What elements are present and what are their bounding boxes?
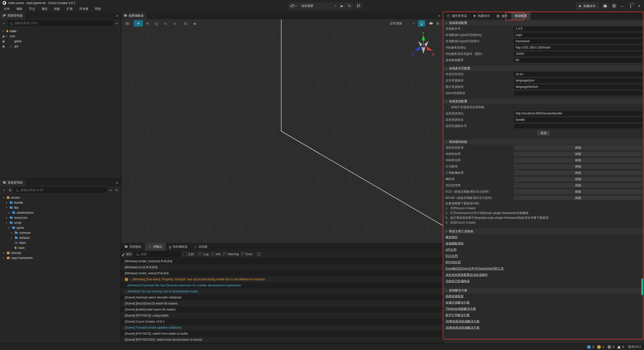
tab-animation-editor[interactable]: 动画编辑器 bbox=[166, 243, 191, 250]
asset-node-bundle[interactable]: ▸ bundle bbox=[0, 200, 121, 205]
play-button[interactable]: ▶ bbox=[339, 2, 346, 9]
link-wargame-framework[interactable]: 战棋游戏框架 bbox=[446, 293, 464, 299]
save-button[interactable]: 保存 bbox=[537, 130, 550, 136]
remove-button[interactable]: 剔除 bbox=[514, 145, 642, 150]
checkbox-checked[interactable] bbox=[211, 252, 214, 256]
tree-node-main[interactable]: ▾ main bbox=[0, 29, 121, 34]
hierarchy-filter-icon[interactable]: ≔ bbox=[114, 21, 119, 25]
open-project-folder-button[interactable] bbox=[602, 3, 609, 9]
hierarchy-tab[interactable]: 层级管理器 bbox=[0, 12, 26, 19]
link-3drpg-solution[interactable]: 3D角色扮演游戏解决方案 bbox=[446, 325, 479, 331]
link-hotupdate-plugin[interactable]: 原生包热更新配置自动生成插件 bbox=[446, 272, 488, 278]
remove-button[interactable]: 剔除 bbox=[514, 164, 642, 169]
info-count-icon[interactable]: i bbox=[587, 345, 591, 349]
menu-file[interactable]: 文件 bbox=[1, 6, 13, 12]
checkbox-checked[interactable] bbox=[241, 252, 245, 256]
section-solutions[interactable]: ∨ 框架解决方案 bbox=[443, 288, 644, 293]
chevron-right-icon[interactable]: ▸ bbox=[9, 211, 11, 214]
asset-node-resources[interactable]: ▸ resources bbox=[0, 215, 121, 220]
pivot-toggle-button[interactable]: ⊡ bbox=[181, 20, 190, 27]
refresh-icon[interactable]: ↻ bbox=[114, 188, 119, 192]
tree-node-gui[interactable]: ▸ gui bbox=[0, 44, 121, 49]
field-input[interactable]: http://localhost:8083/assets/bundle bbox=[514, 111, 642, 116]
close-button[interactable]: × bbox=[636, 4, 642, 8]
link-2drpg-solution[interactable]: 2D角色扮演游戏解决方案 bbox=[446, 318, 479, 325]
tab-framework-config[interactable]: 框架配置 bbox=[511, 12, 530, 20]
lighting-toggle-button[interactable] bbox=[418, 20, 425, 27]
step-button[interactable]: ↻ bbox=[346, 2, 353, 9]
field-input[interactable]: http://192.168.0.150/main/ bbox=[514, 45, 642, 50]
menu-panel[interactable]: 面板 bbox=[51, 6, 63, 12]
link-fullstack-solution[interactable]: 全栈开发解决方案 bbox=[446, 299, 470, 306]
scale-tool-button[interactable]: ◱ bbox=[152, 20, 161, 27]
menu-help[interactable]: 帮助 bbox=[92, 6, 104, 12]
move-tool-button[interactable]: ✛ bbox=[134, 20, 143, 27]
sort-icon[interactable]: ⇅ bbox=[8, 188, 12, 192]
chevron-right-icon[interactable]: ▸ bbox=[11, 232, 13, 234]
asset-node-seedrandom[interactable]: ▸ seedrandom bbox=[0, 210, 121, 215]
open-log-file-icon[interactable] bbox=[257, 252, 260, 256]
chevron-down-icon[interactable]: ▾ bbox=[9, 227, 11, 229]
link-animator-editor[interactable]: 动画状态机编辑器 bbox=[446, 278, 470, 284]
minimize-button[interactable]: — bbox=[619, 4, 625, 8]
field-input[interactable]: 60 bbox=[514, 58, 642, 63]
field-input[interactable]: framework bbox=[514, 39, 642, 44]
console-searchbox[interactable] bbox=[134, 251, 181, 257]
remove-button[interactable]: 剔除 bbox=[514, 170, 642, 175]
field-input[interactable] bbox=[514, 124, 642, 128]
chevron-right-icon[interactable]: ▸ bbox=[11, 45, 13, 48]
assets-searchbox[interactable] bbox=[14, 187, 107, 193]
hierarchy-search-input[interactable] bbox=[14, 21, 111, 25]
chevron-right-icon[interactable]: ▸ bbox=[3, 257, 5, 259]
asset-node-assets[interactable]: ▾ assets bbox=[0, 195, 121, 200]
field-input[interactable]: bundle bbox=[514, 117, 642, 122]
chevron-down-icon[interactable]: ▾ bbox=[6, 222, 8, 224]
field-input[interactable]: oops bbox=[514, 33, 642, 37]
assets-menu-icon[interactable]: ≡ bbox=[116, 181, 118, 185]
rect-tool-button[interactable]: ▭ bbox=[161, 20, 170, 27]
preview-qr-button[interactable] bbox=[355, 2, 362, 9]
asset-node-oops-framework[interactable]: ▸ oops-framework bbox=[0, 255, 121, 260]
console-search-input[interactable] bbox=[140, 252, 179, 256]
expand-chevron-icon[interactable]: › bbox=[125, 288, 126, 294]
checkbox-unchecked[interactable] bbox=[446, 106, 449, 109]
remove-button[interactable]: 剔除 bbox=[514, 189, 642, 194]
link-mvvm-docs[interactable]: MVVM文档 bbox=[446, 259, 461, 266]
chevron-down-icon[interactable]: ▾ bbox=[6, 206, 8, 209]
section-doc-links[interactable]: ∨ 框架文档工具链接 bbox=[443, 229, 644, 234]
regex-checkbox[interactable]: 正则 bbox=[183, 252, 194, 256]
tab-property-inspector[interactable]: 属性检查器 bbox=[443, 12, 470, 20]
link-template-project[interactable]: 游戏模板项目 bbox=[446, 240, 464, 247]
chevron-right-icon[interactable]: ▸ bbox=[3, 252, 5, 254]
preview-platform-button[interactable]: ▾ bbox=[288, 2, 299, 9]
asset-node-Main[interactable]: TS Main bbox=[0, 240, 121, 245]
orientation-gizmo[interactable]: Y X Z bbox=[411, 32, 436, 57]
menu-extension[interactable]: 扩展 bbox=[63, 6, 76, 12]
remove-button[interactable]: 剔除 bbox=[514, 177, 642, 182]
chevron-right-icon[interactable]: ▸ bbox=[11, 237, 13, 239]
section-resource-config[interactable]: ∨ 游戏资源配置 bbox=[443, 99, 644, 104]
remove-button[interactable]: 剔除 bbox=[514, 158, 642, 163]
hierarchy-searchbox[interactable] bbox=[8, 20, 113, 26]
filter-error-checkbox[interactable]: Error bbox=[241, 252, 253, 256]
remove-button[interactable]: 剔除 bbox=[514, 183, 642, 188]
field-input[interactable]: language/texture bbox=[514, 84, 642, 89]
mode-3d-button[interactable]: 3D bbox=[123, 20, 132, 27]
asset-node-initialize[interactable]: ▸ initialize bbox=[0, 235, 121, 240]
chevron-down-icon[interactable]: ▾ bbox=[3, 30, 5, 32]
field-input[interactable] bbox=[514, 91, 642, 96]
warning-count-icon[interactable]: ! bbox=[597, 345, 601, 349]
error-count-icon[interactable]: × bbox=[608, 345, 611, 349]
link-guide-solution[interactable]: 新手引导解决方案 bbox=[446, 312, 470, 318]
menu-developer[interactable]: 开发者 bbox=[76, 6, 92, 12]
assets-tab[interactable]: 资源管理器 bbox=[0, 179, 26, 186]
tree-node-root[interactable]: ▾ root bbox=[0, 34, 121, 39]
chevron-down-icon[interactable]: ▾ bbox=[6, 35, 8, 37]
asset-node-libs[interactable]: ▾ libs bbox=[0, 205, 121, 210]
filter-warning-checkbox[interactable]: Warning bbox=[223, 252, 239, 256]
camera-settings-button[interactable] bbox=[427, 20, 434, 27]
build-publish-button[interactable]: 构建发布 bbox=[576, 3, 599, 10]
scene-selector[interactable]: 当前场景 ▾ bbox=[299, 2, 339, 9]
chevron-down-icon[interactable]: ▾ bbox=[3, 196, 5, 199]
link-ecs-docs[interactable]: ECS文档 bbox=[446, 253, 458, 259]
